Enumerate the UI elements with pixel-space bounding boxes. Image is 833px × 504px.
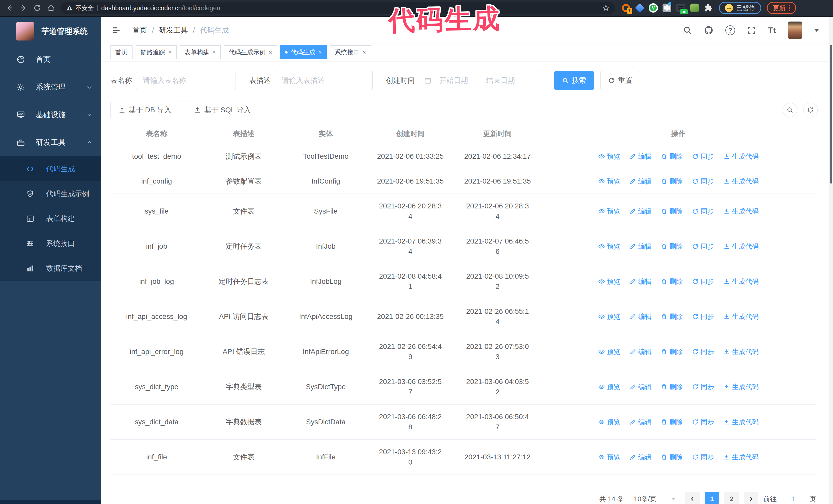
delete-link[interactable]: 删除 [661,382,683,392]
hamburger-icon[interactable] [112,25,121,35]
start-date-input[interactable] [434,76,473,85]
search-icon[interactable] [683,26,692,35]
edit-link[interactable]: 编辑 [629,206,651,216]
paused-chip[interactable]: 已暂停 [719,2,761,14]
reset-button[interactable]: 重置 [600,71,640,90]
tab-home[interactable]: 首页 [111,45,133,59]
generate-code-link[interactable]: 生成代码 [723,206,759,216]
preview-link[interactable]: 预览 [598,311,620,322]
extensions-puzzle-icon[interactable] [704,3,713,13]
search-button[interactable]: 搜索 [554,71,594,90]
sidebar-item-system[interactable]: 系统管理 [0,73,101,101]
edit-link[interactable]: 编辑 [629,241,651,251]
sync-link[interactable]: 同步 [692,277,714,287]
home-icon[interactable] [45,2,57,14]
edit-link[interactable]: 编辑 [629,452,651,462]
goto-page-input[interactable] [782,492,804,504]
update-chip[interactable]: 更新 [767,2,796,14]
edit-link[interactable]: 编辑 [629,417,651,427]
delete-link[interactable]: 删除 [661,346,683,357]
page-button-1[interactable]: 1 [705,492,719,504]
sync-link[interactable]: 同步 [692,346,714,357]
preview-link[interactable]: 预览 [598,277,620,287]
edit-link[interactable]: 编辑 [629,382,651,392]
submenu-item-form-builder[interactable]: 表单构建 [0,206,101,231]
preview-link[interactable]: 预览 [598,452,620,462]
delete-link[interactable]: 删除 [661,151,683,162]
end-date-input[interactable] [481,76,520,85]
font-size-icon[interactable]: Tt [768,26,776,35]
delete-link[interactable]: 删除 [661,241,683,251]
tab-codegen-example[interactable]: 代码生成示例 [224,45,277,59]
delete-link[interactable]: 删除 [661,417,683,427]
sync-link[interactable]: 同步 [692,452,714,462]
sidebar-collapse-bar[interactable] [0,500,101,504]
extension-icon-dark[interactable]: on [676,3,686,13]
preview-link[interactable]: 预览 [598,346,620,357]
generate-code-link[interactable]: 生成代码 [723,346,759,357]
kebab-menu-icon[interactable] [789,5,790,11]
fullscreen-icon[interactable] [747,26,756,35]
generate-code-link[interactable]: 生成代码 [723,241,759,251]
edit-link[interactable]: 编辑 [629,346,651,357]
generate-code-link[interactable]: 生成代码 [723,277,759,287]
sync-link[interactable]: 同步 [692,417,714,427]
table-desc-input[interactable] [275,71,373,90]
breadcrumb-item[interactable]: 首页 [133,25,147,35]
submenu-item-codegen-example[interactable]: 代码生成示例 [0,181,101,206]
generate-code-link[interactable]: 生成代码 [723,311,759,322]
generate-code-link[interactable]: 生成代码 [723,452,759,462]
submenu-item-codegen[interactable]: 代码生成 [0,157,101,181]
submenu-item-db-doc[interactable]: 数据库文档 [0,256,101,281]
preview-link[interactable]: 预览 [598,176,620,186]
sidebar-item-home[interactable]: 首页 [0,46,101,73]
tab-tracing[interactable]: 链路追踪 [136,45,176,59]
edit-link[interactable]: 编辑 [629,176,651,186]
reload-icon[interactable] [31,2,43,14]
sql-import-button[interactable]: 基于 SQL 导入 [186,101,259,119]
delete-link[interactable]: 删除 [661,206,683,216]
avatar-caret-icon[interactable] [814,29,819,32]
preview-link[interactable]: 预览 [598,241,620,251]
extension-icon-columns[interactable] [662,3,672,13]
app-logo-row[interactable]: 芋道管理系统 [0,17,101,46]
extension-icon-diamond[interactable] [635,3,645,13]
close-icon[interactable] [269,49,272,55]
delete-link[interactable]: 删除 [661,452,683,462]
generate-code-link[interactable]: 生成代码 [723,417,759,427]
forward-icon[interactable] [18,2,29,14]
scrollbar-thumb[interactable] [830,45,832,184]
close-icon[interactable] [212,49,216,55]
sync-link[interactable]: 同步 [692,151,714,162]
preview-link[interactable]: 预览 [598,382,620,392]
date-range-picker[interactable]: - [419,71,542,90]
generate-code-link[interactable]: 生成代码 [723,382,759,392]
next-page-button[interactable] [744,492,758,504]
sync-link[interactable]: 同步 [692,176,714,186]
close-icon[interactable] [168,49,172,55]
page-button-2[interactable]: 2 [724,492,739,504]
delete-link[interactable]: 删除 [661,277,683,287]
sync-link[interactable]: 同步 [692,241,714,251]
tab-system-api[interactable]: 系统接口 [330,45,371,59]
delete-link[interactable]: 删除 [661,311,683,322]
db-import-button[interactable]: 基于 DB 导入 [111,101,179,119]
refresh-table-button[interactable] [803,103,818,117]
generate-code-link[interactable]: 生成代码 [723,151,759,162]
sidebar-item-devtools[interactable]: 研发工具 [0,129,101,157]
table-name-input[interactable] [136,71,236,90]
extension-icon-orange[interactable]: 1 [621,3,631,13]
sync-link[interactable]: 同步 [692,311,714,322]
prev-page-button[interactable] [685,492,700,504]
preview-link[interactable]: 预览 [598,206,620,216]
sync-link[interactable]: 同步 [692,206,714,216]
preview-link[interactable]: 预览 [598,151,620,162]
bookmark-star-icon[interactable] [602,4,610,12]
edit-link[interactable]: 编辑 [629,311,651,322]
sidebar-item-infra[interactable]: 基础设施 [0,101,101,129]
sync-link[interactable]: 同步 [692,382,714,392]
help-icon[interactable]: ? [725,25,735,35]
edit-link[interactable]: 编辑 [629,151,651,162]
tab-form-builder[interactable]: 表单构建 [180,45,221,59]
not-secure-warning[interactable]: 不安全 [66,4,94,12]
